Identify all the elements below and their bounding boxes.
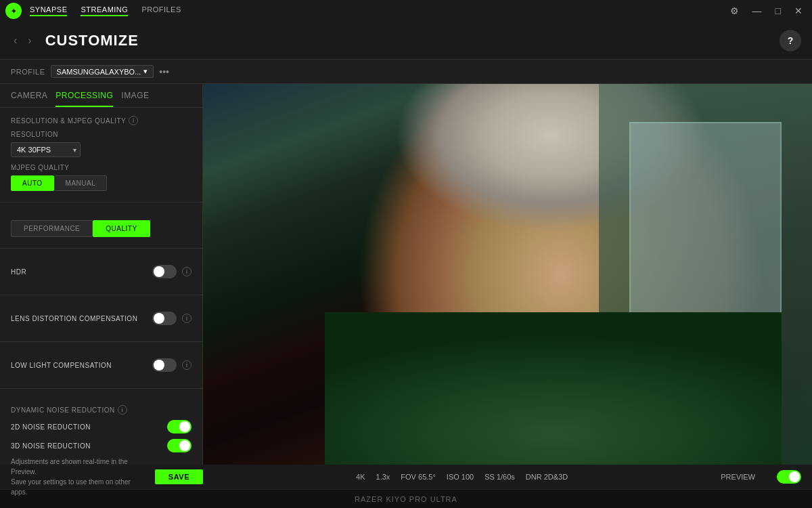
profile-select[interactable]: SAMSUNGGALAXYBO... ▾ [51, 65, 154, 78]
resolution-info-icon[interactable]: i [129, 116, 138, 125]
low-light-section: LOW LIGHT COMPENSATION i [0, 345, 202, 385]
person-shirt [325, 312, 782, 465]
save-button[interactable]: SAVE [155, 469, 203, 484]
divider-3 [0, 295, 202, 295]
preview-toggle[interactable] [777, 470, 801, 484]
hdr-toggle[interactable] [152, 265, 177, 278]
hdr-label: HDR [11, 268, 147, 276]
preview-label: PREVIEW [721, 473, 755, 481]
preview-toggle-knob [789, 471, 800, 482]
spec-resolution: 4K [356, 473, 365, 481]
bg-window [629, 122, 782, 331]
status-hint: Adjustments are shown real-time in the P… [11, 457, 203, 497]
3d-noise-knob [179, 440, 190, 451]
dnr-info-icon[interactable]: i [118, 405, 127, 415]
nav-profiles[interactable]: PROFILES [141, 5, 181, 16]
window-controls: ⚙ — □ ✕ [726, 4, 807, 18]
profile-value: SAMSUNGGALAXYBO... [57, 68, 141, 76]
2d-noise-row: 2D NOISE REDUCTION [11, 420, 191, 433]
3d-noise-label: 3D NOISE REDUCTION [11, 442, 162, 450]
quality-button[interactable]: QUALITY [93, 220, 150, 237]
spec-iso: ISO 100 [447, 473, 474, 481]
resolution-section-title: RESOLUTION & MJPEG QUALITY i [11, 116, 191, 125]
lens-distortion-toggle[interactable] [152, 312, 177, 325]
title-bar: ✦ SYNAPSE STREAMING PROFILES ⚙ — □ ✕ [0, 0, 812, 22]
spec-ss: SS 1/60s [484, 473, 515, 481]
low-light-toggle[interactable] [152, 358, 177, 372]
hint-line1: Adjustments are shown real-time in the P… [11, 457, 144, 477]
mjpeg-label: MJPEG QUALITY [11, 164, 191, 171]
perf-button-group: PERFORMANCE QUALITY [11, 220, 191, 237]
low-light-info-icon[interactable]: i [182, 360, 191, 370]
hint-line2: Save your settings to use them on other … [11, 477, 144, 497]
lens-distortion-knob [154, 313, 164, 324]
hdr-row: HDR i [11, 265, 191, 278]
app-logo: ✦ [5, 3, 22, 19]
2d-noise-knob [179, 421, 190, 432]
tab-processing[interactable]: PROCESSING [55, 91, 113, 107]
spec-dnr: DNR 2D&3D [526, 473, 568, 481]
chevron-down-icon: ▾ [143, 67, 148, 76]
divider-1 [0, 202, 202, 203]
lens-distortion-label: LENS DISTORTION COMPENSATION [11, 315, 147, 322]
performance-section: PERFORMANCE QUALITY [0, 205, 202, 245]
camera-name: RAZER KIYO PRO ULTRA [355, 495, 457, 503]
settings-icon[interactable]: ⚙ [726, 4, 743, 18]
maximize-button[interactable]: □ [771, 4, 785, 18]
2d-noise-label: 2D NOISE REDUCTION [11, 423, 162, 431]
low-light-label: LOW LIGHT COMPENSATION [11, 362, 147, 369]
profile-more-button[interactable]: ••• [159, 66, 169, 77]
tab-image[interactable]: IMAGE [121, 91, 149, 107]
profile-bar: PROFILE SAMSUNGGALAXYBO... ▾ ••• [0, 60, 812, 84]
nav-synapse[interactable]: SYNAPSE [30, 5, 67, 16]
profile-label: PROFILE [11, 68, 45, 76]
hdr-section: HDR i [0, 251, 202, 292]
performance-button[interactable]: PERFORMANCE [11, 220, 93, 237]
lens-distortion-section: LENS DISTORTION COMPENSATION i [0, 298, 202, 339]
resolution-section: RESOLUTION & MJPEG QUALITY i RESOLUTION … [0, 108, 202, 199]
mjpeg-button-group: AUTO MANUAL [11, 175, 191, 191]
mjpeg-auto-button[interactable]: AUTO [11, 175, 54, 191]
back-button[interactable]: ‹ [11, 32, 20, 49]
mjpeg-manual-button[interactable]: MANUAL [54, 175, 108, 191]
tab-camera[interactable]: CAMERA [11, 91, 47, 107]
title-nav: SYNAPSE STREAMING PROFILES [30, 5, 718, 16]
3d-noise-row: 3D NOISE REDUCTION [11, 439, 191, 452]
hdr-toggle-knob [154, 266, 164, 277]
divider-5 [0, 388, 202, 389]
nav-streaming[interactable]: STREAMING [81, 5, 128, 16]
2d-noise-toggle[interactable] [167, 420, 191, 433]
page-title: CUSTOMIZE [45, 32, 780, 49]
help-button[interactable]: ? [780, 30, 801, 51]
sidebar: CAMERA PROCESSING IMAGE RESOLUTION & MJP… [0, 84, 203, 465]
divider-2 [0, 248, 202, 249]
forward-button[interactable]: › [25, 32, 34, 49]
lens-distortion-info-icon[interactable]: i [182, 314, 191, 323]
preview-area [203, 84, 812, 465]
status-specs: 4K 1.3x FOV 65.5° ISO 100 SS 1/60s DNR 2… [219, 473, 704, 481]
resolution-select-wrapper: 4K 30FPS 1080P 60FPS 1080P 30FPS 720P 60… [11, 142, 81, 157]
divider-4 [0, 341, 202, 342]
3d-noise-toggle[interactable] [167, 439, 191, 452]
dnr-title: DYNAMIC NOISE REDUCTION i [11, 405, 191, 415]
camera-tabs: CAMERA PROCESSING IMAGE [0, 84, 202, 108]
app-nav: ‹ › [11, 32, 35, 49]
logo-text: ✦ [11, 7, 16, 15]
status-bar: Adjustments are shown real-time in the P… [0, 465, 812, 489]
main-layout: CAMERA PROCESSING IMAGE RESOLUTION & MJP… [0, 84, 812, 465]
dnr-section: DYNAMIC NOISE REDUCTION i 2D NOISE REDUC… [0, 391, 202, 465]
low-light-row: LOW LIGHT COMPENSATION i [11, 358, 191, 372]
app-bar: ‹ › CUSTOMIZE ? [0, 22, 812, 60]
low-light-knob [154, 360, 164, 371]
close-button[interactable]: ✕ [790, 4, 807, 18]
resolution-label: RESOLUTION [11, 131, 191, 138]
resolution-select[interactable]: 4K 30FPS 1080P 60FPS 1080P 30FPS 720P 60… [11, 142, 81, 157]
lens-distortion-row: LENS DISTORTION COMPENSATION i [11, 312, 191, 325]
spec-zoom: 1.3x [376, 473, 390, 481]
hdr-info-icon[interactable]: i [182, 267, 191, 276]
minimize-button[interactable]: — [748, 4, 766, 18]
preview-image [203, 84, 812, 465]
spec-fov: FOV 65.5° [401, 473, 435, 481]
